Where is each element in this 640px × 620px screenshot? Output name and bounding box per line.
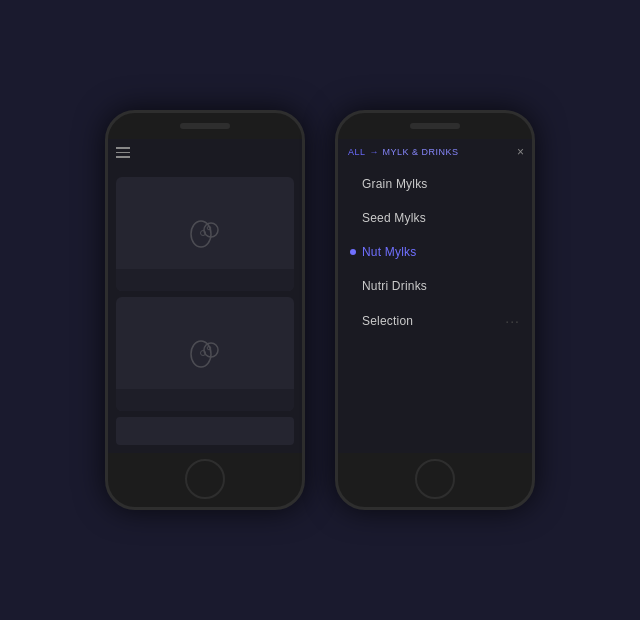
product-card-1[interactable]	[116, 177, 294, 291]
product-label-bar-2	[116, 389, 294, 411]
breadcrumb-current: MYLK & DRINKS	[383, 147, 459, 157]
menu-item-seed-mylks[interactable]: Seed Mylks	[338, 201, 532, 235]
bottom-bar	[116, 417, 294, 445]
menu-item-label-nutri-drinks: Nutri Drinks	[362, 279, 427, 293]
menu-item-nut-mylks[interactable]: Nut Mylks	[338, 235, 532, 269]
product-label-bar-1	[116, 269, 294, 291]
dot-placeholder-2	[350, 215, 356, 221]
menu-item-label-selection: Selection	[362, 314, 413, 328]
right-phone: ALL → MYLK & DRINKS × Grain Mylks Seed M…	[335, 110, 535, 510]
breadcrumb-arrow: →	[370, 147, 379, 157]
menu-item-label-seed-mylks: Seed Mylks	[362, 211, 426, 225]
menu-item-grain-mylks[interactable]: Grain Mylks	[338, 167, 532, 201]
menu-item-selection[interactable]: Selection ···	[338, 303, 532, 339]
dot-placeholder-3	[350, 283, 356, 289]
dot-placeholder-4	[350, 318, 356, 324]
menu-list: Grain Mylks Seed Mylks Nut Mylks Nutri D…	[338, 163, 532, 453]
breadcrumb: ALL → MYLK & DRINKS ×	[338, 139, 532, 163]
selection-dots: ···	[505, 313, 520, 329]
menu-item-nutri-drinks[interactable]: Nutri Drinks	[338, 269, 532, 303]
product-icon-2	[185, 334, 225, 374]
dot-placeholder-1	[350, 181, 356, 187]
active-dot	[350, 249, 356, 255]
menu-item-label-grain-mylks: Grain Mylks	[362, 177, 428, 191]
left-phone	[105, 110, 305, 510]
left-screen	[108, 139, 302, 453]
close-button[interactable]: ×	[517, 145, 524, 159]
menu-item-label-nut-mylks: Nut Mylks	[362, 245, 416, 259]
product-icon-1	[185, 214, 225, 254]
breadcrumb-all[interactable]: ALL	[348, 147, 366, 157]
product-card-2[interactable]	[116, 297, 294, 411]
right-screen: ALL → MYLK & DRINKS × Grain Mylks Seed M…	[338, 139, 532, 453]
hamburger-icon[interactable]	[116, 147, 130, 158]
